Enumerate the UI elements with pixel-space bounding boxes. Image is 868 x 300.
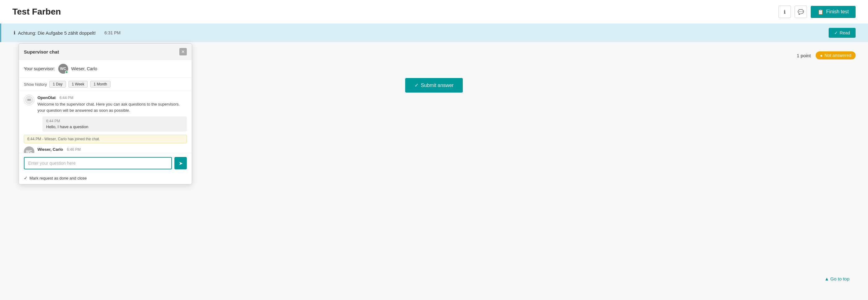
submit-answer-button[interactable]: ✓ Submit answer [405,78,463,93]
chat-button[interactable]: 💬 [795,6,807,18]
alert-bar: ℹ Achtung: Die Aufgabe 5 zählt doppelt! … [0,24,868,42]
chat-input-area: ➤ [19,153,192,173]
status-label: Not answered [825,53,851,58]
chat-input-field[interactable] [24,157,172,169]
finish-icon: 📋 [817,9,824,15]
system-notification: 6:44 PM - Wieser, Carlo has joined the c… [24,135,187,143]
read-label: Read [840,30,850,35]
chat-messages-area: OO OpenOlat 6:44 PM Welcome to the super… [19,91,192,153]
chat-close-button[interactable]: ✕ [179,48,187,56]
chat-icon: 💬 [798,9,804,15]
check-icon: ✓ [834,30,838,35]
supervisor-msg-content: Wieser, Carlo 6:46 PM Hello Kevin [37,146,187,153]
openolat-avatar: OO [24,95,34,105]
user-msg-time: 6:44 PM [46,119,183,123]
alert-time: 6:31 PM [104,30,121,35]
go-to-top-link[interactable]: ▲ Go to top [824,276,849,281]
send-icon: ➤ [179,160,183,166]
openolat-msg-time: 6:44 PM [60,96,73,100]
not-answered-badge: ● Not answered [816,52,856,60]
show-history-label: Show history [24,82,47,87]
history-1day-button[interactable]: 1 Day [49,81,66,88]
read-button[interactable]: ✓ Read [829,28,856,38]
finish-test-label: Finish test [826,9,849,14]
chat-title: Supervisor chat [24,49,59,55]
openolat-sender: OpenOlat [37,95,56,100]
send-message-button[interactable]: ➤ [175,157,187,169]
user-message-bubble: 6:44 PM Hello, I have a question [42,116,187,132]
message-supervisor: WC Wieser, Carlo 6:46 PM Hello Kevin [24,146,187,153]
info-button[interactable]: ℹ [778,6,791,18]
submit-check-icon: ✓ [414,82,418,88]
go-to-top-label: Go to top [830,276,849,281]
alert-message: Achtung: Die Aufgabe 5 zählt doppelt! [18,30,96,36]
finish-test-button[interactable]: 📋 Finish test [811,6,856,18]
mark-done-row[interactable]: ✓ Mark request as done and close [19,173,192,184]
submit-label: Submit answer [421,83,454,88]
chevron-up-icon: ▲ [824,276,829,281]
mark-done-check-icon: ✓ [24,175,28,180]
svg-text:OO: OO [28,99,31,101]
supervisor-msg-avatar: WC [24,146,34,153]
alert-icon: ℹ [13,30,16,36]
header-actions: ℹ 💬 📋 Finish test [778,6,856,18]
supervisor-label: Your supervisor: [24,66,55,71]
supervisor-avatar: WC [58,64,68,74]
supervisor-name: Wieser, Carlo [71,66,97,71]
mark-done-label: Mark request as done and close [29,176,87,180]
chat-history-controls: Show history 1 Day 1 Week 1 Month [19,78,192,91]
supervisor-chat-modal: Supervisor chat ✕ Your supervisor: WC Wi… [19,43,192,185]
history-1week-button[interactable]: 1 Week [68,81,88,88]
chat-supervisor-info: Your supervisor: WC Wieser, Carlo [19,60,192,78]
page-title: Test Farben [12,7,61,17]
circle-icon: ● [820,53,823,58]
openolat-msg-content: OpenOlat 6:44 PM Welcome to the supervis… [37,95,187,113]
history-1month-button[interactable]: 1 Month [90,81,110,88]
points-label: 1 point [797,53,811,58]
supervisor-msg-time: 6:46 PM [67,147,81,152]
online-status-dot [65,71,68,74]
alert-text-area: ℹ Achtung: Die Aufgabe 5 zählt doppelt! … [13,30,121,36]
info-icon: ℹ [784,9,785,15]
header: Test Farben ℹ 💬 📋 Finish test [0,0,868,24]
user-msg-text: Hello, I have a question [46,125,183,129]
message-openolat: OO OpenOlat 6:44 PM Welcome to the super… [24,95,187,113]
chat-header: Supervisor chat ✕ [19,44,192,60]
openolat-msg-text: Welcome to the supervisor chat. Here you… [37,101,187,113]
supervisor-msg-sender: Wieser, Carlo [37,147,63,152]
